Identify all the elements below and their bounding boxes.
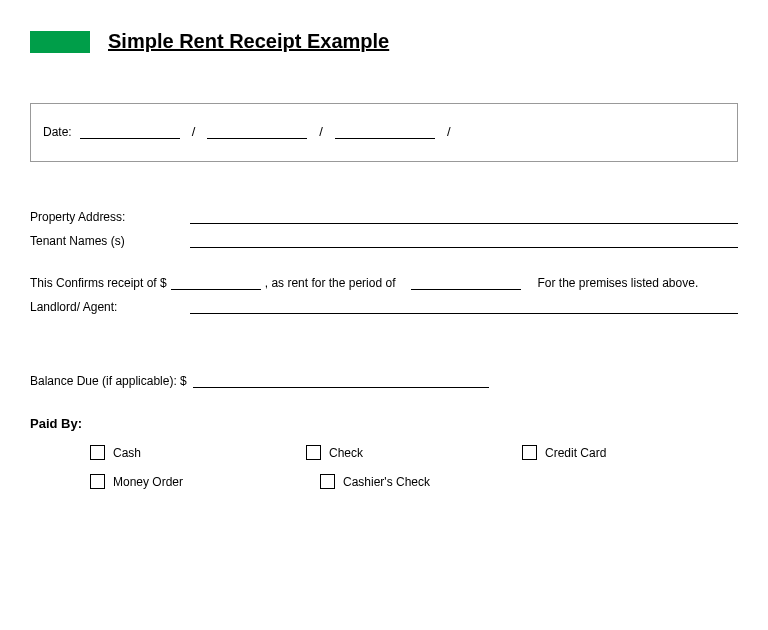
checkbox-credit-card[interactable] xyxy=(522,445,537,460)
property-address-row: Property Address: xyxy=(30,210,738,224)
checkbox-money-order[interactable] xyxy=(90,474,105,489)
page-title: Simple Rent Receipt Example xyxy=(108,30,389,53)
confirm-text-3: For the premises listed above. xyxy=(537,276,698,290)
slash-2: / xyxy=(315,124,327,139)
pay-item-credit-card: Credit Card xyxy=(522,445,738,460)
date-field-2[interactable] xyxy=(207,125,307,139)
pay-row-2: Money Order Cashier's Check xyxy=(90,474,738,489)
confirm-text-2: , as rent for the period of xyxy=(265,276,396,290)
property-address-label: Property Address: xyxy=(30,210,190,224)
tenant-names-field[interactable] xyxy=(190,234,738,248)
pay-item-check: Check xyxy=(306,445,522,460)
pay-label-cash: Cash xyxy=(113,446,141,460)
paid-by-label: Paid By: xyxy=(30,416,738,431)
header: Simple Rent Receipt Example xyxy=(30,30,738,53)
balance-field[interactable] xyxy=(193,374,489,388)
tenant-names-row: Tenant Names (s) xyxy=(30,234,738,248)
balance-row: Balance Due (if applicable): $ xyxy=(30,374,738,388)
balance-label: Balance Due (if applicable): $ xyxy=(30,374,187,388)
landlord-row: Landlord/ Agent: xyxy=(30,300,738,314)
date-box: Date: / / / xyxy=(30,103,738,162)
date-field-1[interactable] xyxy=(80,125,180,139)
rent-period-field[interactable] xyxy=(411,276,521,290)
checkbox-cash[interactable] xyxy=(90,445,105,460)
checkbox-check[interactable] xyxy=(306,445,321,460)
pay-label-cashiers-check: Cashier's Check xyxy=(343,475,430,489)
pay-item-money-order: Money Order xyxy=(90,474,320,489)
date-field-3[interactable] xyxy=(335,125,435,139)
logo-block xyxy=(30,31,90,53)
pay-row-1: Cash Check Credit Card xyxy=(90,445,738,460)
pay-item-cashiers-check: Cashier's Check xyxy=(320,474,550,489)
pay-item-cash: Cash xyxy=(90,445,306,460)
confirm-text-1: This Confirms receipt of $ xyxy=(30,276,167,290)
landlord-field[interactable] xyxy=(190,300,738,314)
rent-amount-field[interactable] xyxy=(171,276,261,290)
date-label: Date: xyxy=(43,125,72,139)
pay-label-check: Check xyxy=(329,446,363,460)
pay-label-credit-card: Credit Card xyxy=(545,446,606,460)
checkbox-cashiers-check[interactable] xyxy=(320,474,335,489)
tenant-names-label: Tenant Names (s) xyxy=(30,234,190,248)
confirm-row: This Confirms receipt of $ , as rent for… xyxy=(30,276,738,290)
pay-methods-grid: Cash Check Credit Card Money Order Cashi… xyxy=(30,445,738,489)
slash-1: / xyxy=(188,124,200,139)
property-address-field[interactable] xyxy=(190,210,738,224)
landlord-label: Landlord/ Agent: xyxy=(30,300,190,314)
pay-label-money-order: Money Order xyxy=(113,475,183,489)
slash-3: / xyxy=(443,124,455,139)
date-row: Date: / / / xyxy=(43,124,725,139)
